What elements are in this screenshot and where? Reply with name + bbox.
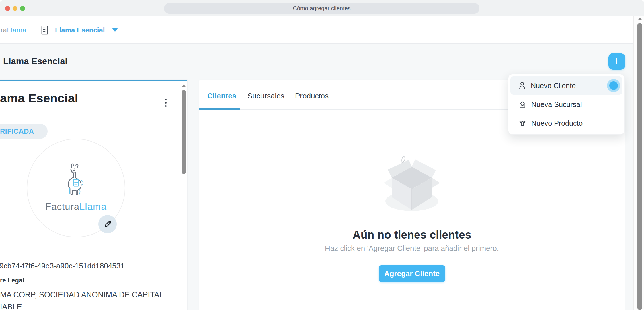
window-scrollbar-thumb[interactable] — [637, 23, 642, 310]
tab-productos[interactable]: Productos — [295, 90, 329, 102]
legal-name-line2: IABLE — [0, 303, 22, 310]
active-tab-underline — [199, 108, 240, 110]
menu-item-label: Nuevo Cliente — [531, 82, 576, 90]
app-logo[interactable]: raLlama — [1, 16, 26, 44]
agregar-cliente-button[interactable]: Agregar Cliente — [379, 265, 445, 282]
window-titlebar: Cómo agregar clientes — [0, 0, 644, 16]
menu-item-nueva-sucursal[interactable]: Nueva Sucursal — [510, 95, 622, 114]
verified-badge-label: RIFICADA — [0, 127, 34, 135]
company-id: 9cb74-f7f6-49e3-a90c-151dd1804531 — [0, 261, 125, 270]
app-navbar: raLlama Llama Esencial — [0, 16, 644, 44]
tab-sucursales[interactable]: Sucursales — [247, 90, 284, 102]
avatar-wordmark-gray: Factura — [45, 201, 79, 212]
window-scroll-up-icon[interactable] — [638, 17, 642, 20]
add-button[interactable]: + — [608, 53, 625, 70]
empty-box-illustration — [381, 155, 442, 215]
add-dropdown-menu: Nuevo Cliente Nueva Sucursal Nuevo Produ… — [508, 74, 625, 135]
minimize-window-button[interactable] — [13, 6, 17, 11]
menu-item-nuevo-producto[interactable]: Nuevo Producto — [510, 114, 622, 132]
app-logo-text-gray: ra — [1, 26, 7, 34]
llama-logo-icon — [63, 162, 90, 204]
tshirt-icon — [519, 119, 526, 127]
company-switcher-label: Llama Esencial — [55, 26, 105, 34]
legal-name-label: re Legal — [0, 277, 24, 284]
tab-clientes[interactable]: Clientes — [207, 90, 236, 102]
company-card: ama Esencial RIFICADA — [0, 80, 187, 310]
store-icon — [519, 101, 526, 108]
empty-state-subtitle: Haz click en 'Agregar Cliente' para añad… — [199, 244, 625, 253]
company-name: ama Esencial — [0, 91, 78, 105]
plus-icon: + — [613, 55, 620, 67]
chevron-down-icon — [112, 28, 118, 32]
page-title: Llama Esencial — [3, 56, 67, 67]
close-window-button[interactable] — [5, 6, 10, 11]
panel-scrollbar-thumb[interactable] — [182, 90, 186, 174]
cursor-highlight-dot — [609, 81, 618, 90]
building-icon — [41, 25, 49, 35]
kebab-menu-icon[interactable] — [162, 96, 169, 109]
app-window: Cómo agregar clientes raLlama Llama Esen… — [0, 0, 644, 310]
panel-scroll-up-icon[interactable] — [182, 84, 186, 87]
edit-logo-button[interactable] — [98, 215, 117, 233]
legal-name-line1: MA CORP, SOCIEDAD ANONIMA DE CAPITAL — [0, 290, 164, 299]
company-switcher[interactable]: Llama Esencial — [41, 16, 118, 44]
zoom-window-button[interactable] — [20, 6, 25, 11]
window-title: Cómo agregar clientes — [164, 3, 479, 14]
app-logo-text-blue: Llama — [7, 26, 26, 34]
avatar-wordmark: FacturaLlama — [27, 201, 125, 212]
window-title-text: Cómo agregar clientes — [293, 5, 350, 12]
avatar-wordmark-blue: Llama — [79, 201, 107, 212]
empty-state-title: Aún no tienes clientes — [199, 228, 625, 241]
menu-item-label: Nuevo Producto — [531, 119, 583, 127]
menu-item-label: Nueva Sucursal — [531, 100, 582, 109]
verified-badge: RIFICADA — [0, 124, 48, 139]
pencil-icon — [103, 219, 112, 229]
menu-item-nuevo-cliente[interactable]: Nuevo Cliente — [510, 76, 622, 95]
person-icon — [519, 82, 526, 90]
